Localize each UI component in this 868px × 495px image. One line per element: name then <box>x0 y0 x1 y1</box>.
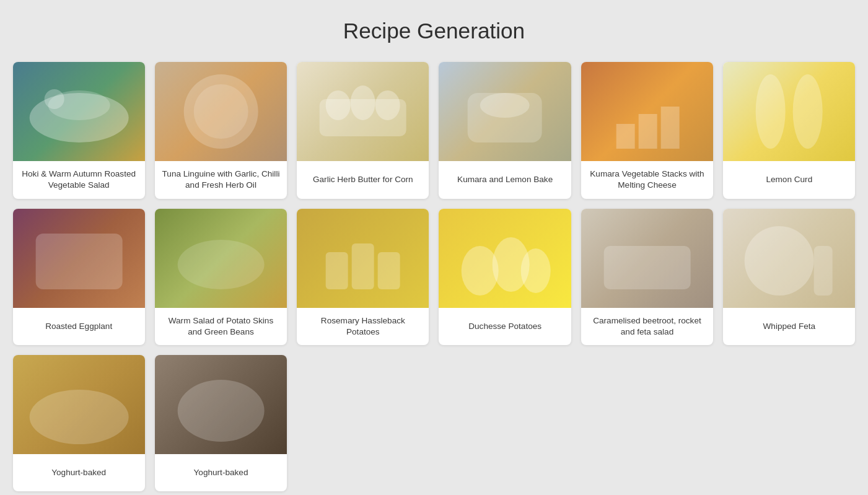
svg-point-14 <box>756 74 786 149</box>
svg-point-28 <box>29 390 128 444</box>
recipe-image-kumara-stacks <box>581 62 713 161</box>
svg-point-10 <box>480 93 530 118</box>
svg-rect-19 <box>326 252 348 289</box>
svg-point-24 <box>521 248 551 293</box>
recipe-card-kumara-lemon[interactable]: Kumara and Lemon Bake <box>439 62 571 199</box>
recipe-title-roasted-eggplant: Roasted Eggplant <box>13 308 145 345</box>
svg-rect-13 <box>660 107 679 149</box>
recipe-image-yoghurt-baked-1 <box>13 355 145 454</box>
svg-rect-20 <box>352 243 374 289</box>
recipe-card-duchesse-potatoes[interactable]: Duchesse Potatoes <box>439 209 571 346</box>
recipe-title-hoki-warm-autumn: Hoki & Warm Autumn Roasted Vegetable Sal… <box>13 161 145 199</box>
recipe-title-duchesse-potatoes: Duchesse Potatoes <box>439 308 571 345</box>
recipe-card-yoghurt-baked-1[interactable]: Yoghurt-baked <box>13 355 145 491</box>
recipe-title-kumara-stacks: Kumara Vegetable Stacks with Melting Che… <box>581 161 713 199</box>
svg-point-15 <box>793 74 823 149</box>
svg-rect-25 <box>603 246 690 289</box>
svg-rect-11 <box>616 124 634 149</box>
svg-point-18 <box>177 240 264 289</box>
recipe-image-lemon-curd <box>723 62 855 161</box>
svg-point-8 <box>375 90 400 120</box>
recipe-card-whipped-feta[interactable]: Whipped Feta <box>723 209 855 346</box>
svg-rect-12 <box>638 114 657 149</box>
recipe-image-warm-salad-potato <box>155 209 287 308</box>
recipe-image-hoki-warm-autumn <box>13 62 145 161</box>
svg-point-29 <box>177 380 264 442</box>
recipe-image-yoghurt-baked-2 <box>155 355 287 454</box>
recipe-title-lemon-curd: Lemon Curd <box>723 161 855 198</box>
recipe-title-yoghurt-baked-2: Yoghurt-baked <box>155 454 287 491</box>
recipe-card-warm-salad-potato[interactable]: Warm Salad of Potato Skins and Green Bea… <box>155 209 287 346</box>
recipe-card-lemon-curd[interactable]: Lemon Curd <box>723 62 855 199</box>
recipe-title-caramelised-beetroot: Caramelised beetroot, rocket and feta sa… <box>581 308 713 346</box>
svg-point-2 <box>44 89 64 109</box>
recipe-card-caramelised-beetroot[interactable]: Caramelised beetroot, rocket and feta sa… <box>581 209 713 346</box>
recipe-image-garlic-herb <box>297 62 429 161</box>
recipe-title-yoghurt-baked-1: Yoghurt-baked <box>13 454 145 491</box>
recipe-image-tuna-linguine <box>155 62 287 161</box>
svg-rect-21 <box>378 252 400 289</box>
page-title: Recipe Generation <box>12 19 856 43</box>
svg-point-6 <box>326 90 351 120</box>
recipe-title-warm-salad-potato: Warm Salad of Potato Skins and Green Bea… <box>155 308 287 346</box>
recipe-image-whipped-feta <box>723 209 855 308</box>
recipe-title-whipped-feta: Whipped Feta <box>723 308 855 345</box>
svg-point-7 <box>351 85 375 120</box>
recipe-card-kumara-stacks[interactable]: Kumara Vegetable Stacks with Melting Che… <box>581 62 713 199</box>
recipe-image-caramelised-beetroot <box>581 209 713 308</box>
recipe-image-kumara-lemon <box>439 62 571 161</box>
svg-rect-16 <box>35 234 122 289</box>
recipe-card-hoki-warm-autumn[interactable]: Hoki & Warm Autumn Roasted Vegetable Sal… <box>13 62 145 199</box>
recipe-grid: Hoki & Warm Autumn Roasted Vegetable Sal… <box>13 62 856 491</box>
recipe-image-rosemary-hassleback <box>297 209 429 308</box>
recipe-title-kumara-lemon: Kumara and Lemon Bake <box>439 161 571 198</box>
recipe-card-roasted-eggplant[interactable]: Roasted Eggplant <box>13 209 145 346</box>
svg-point-26 <box>745 226 814 296</box>
recipe-card-rosemary-hassleback[interactable]: Rosemary Hassleback Potatoes <box>297 209 429 346</box>
recipe-card-tuna-linguine[interactable]: Tuna Linguine with Garlic, Chilli and Fr… <box>155 62 287 199</box>
svg-point-4 <box>193 84 248 139</box>
recipe-image-duchesse-potatoes <box>439 209 571 308</box>
recipe-title-tuna-linguine: Tuna Linguine with Garlic, Chilli and Fr… <box>155 161 287 199</box>
recipe-image-roasted-eggplant <box>13 209 145 308</box>
recipe-title-rosemary-hassleback: Rosemary Hassleback Potatoes <box>297 308 429 346</box>
recipe-card-yoghurt-baked-2[interactable]: Yoghurt-baked <box>155 355 287 491</box>
recipe-card-garlic-herb[interactable]: Garlic Herb Butter for Corn <box>297 62 429 199</box>
recipe-title-garlic-herb: Garlic Herb Butter for Corn <box>297 161 429 198</box>
svg-rect-27 <box>814 246 833 296</box>
